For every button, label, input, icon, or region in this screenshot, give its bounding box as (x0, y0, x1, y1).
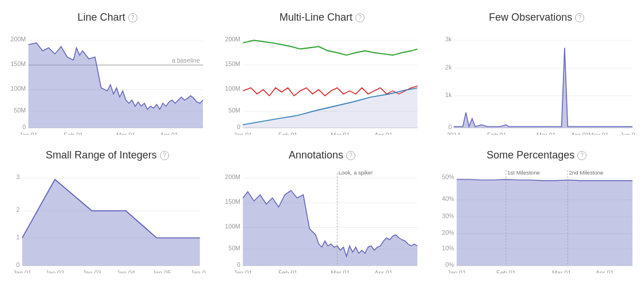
svg-text:May 01: May 01 (588, 131, 608, 135)
svg-text:Apr 01: Apr 01 (160, 131, 178, 135)
svg-text:Jan 01: Jan 01 (234, 131, 252, 135)
few-observations-help-icon[interactable]: ? (575, 13, 584, 22)
annotations-title: Annotations ? (289, 149, 355, 161)
svg-text:50M: 50M (14, 107, 26, 114)
svg-text:3k: 3k (445, 36, 452, 42)
svg-text:100M: 100M (225, 223, 241, 230)
svg-text:2k: 2k (445, 64, 452, 71)
svg-text:Jan 02: Jan 02 (45, 269, 64, 273)
line-chart-cell: Line Chart ? 200M 150M 100M 50M 0 a base… (0, 6, 214, 144)
svg-text:Jan 01: Jan 01 (234, 269, 252, 273)
svg-text:Apr 01: Apr 01 (374, 131, 393, 135)
small-range-svg: 3 2 1 0 Jan 01 2014 Jan 02 Jan 03 Jan 04… (9, 166, 206, 273)
annotations-help-icon[interactable]: ? (346, 151, 355, 160)
svg-text:Jan 05: Jan 05 (152, 269, 171, 273)
small-range-cell: Small Range of Integers ? 3 2 1 0 Jan 01… (0, 144, 214, 281)
svg-text:200M: 200M (225, 174, 241, 181)
svg-text:50%: 50% (442, 174, 454, 181)
line-chart-svg: 200M 150M 100M 50M 0 a baseline Jan 01 (9, 28, 206, 135)
annotations-cell: Annotations ? 200M 150M 100M 50M 0 Look (214, 144, 429, 281)
svg-text:100M: 100M (10, 85, 26, 92)
svg-text:Mar 01: Mar 01 (536, 131, 555, 135)
annotations-area: 200M 150M 100M 50M 0 Look, a spike! Jan … (223, 166, 420, 273)
multi-line-chart-title-text: Multi-Line Chart (279, 11, 352, 24)
svg-text:2: 2 (16, 207, 20, 214)
svg-text:Jan 01: Jan 01 (447, 269, 466, 273)
svg-text:40%: 40% (442, 195, 454, 202)
svg-text:Feb 01: Feb 01 (487, 131, 506, 135)
line-chart-area: 200M 150M 100M 50M 0 a baseline Jan 01 (9, 28, 206, 135)
some-percentages-title-text: Some Percentages (486, 149, 574, 161)
svg-text:1k: 1k (445, 91, 452, 98)
svg-text:Mar 01: Mar 01 (331, 131, 350, 135)
svg-text:1st Milestone: 1st Milestone (507, 169, 540, 176)
svg-text:20%: 20% (442, 229, 454, 236)
svg-text:Feb 01: Feb 01 (496, 269, 515, 273)
some-percentages-svg: 50% 40% 30% 20% 10% 0% 1st Milestone 2nd… (438, 166, 635, 273)
svg-text:100M: 100M (225, 85, 241, 92)
svg-text:Look, a spike!: Look, a spike! (339, 169, 373, 176)
svg-text:0: 0 (237, 261, 240, 268)
svg-text:150M: 150M (10, 60, 26, 67)
multi-line-chart-svg: 200M 150M 100M 50M 0 Jan 01 2014 (223, 28, 420, 135)
svg-text:Jan 03: Jan 03 (83, 269, 101, 273)
svg-text:30%: 30% (442, 212, 454, 219)
svg-text:Apr 01: Apr 01 (374, 269, 393, 273)
svg-text:1: 1 (16, 234, 20, 241)
svg-text:0: 0 (448, 123, 451, 130)
svg-text:2014: 2014 (447, 131, 461, 135)
few-observations-title-text: Few Observations (489, 11, 572, 24)
line-chart-help-icon[interactable]: ? (128, 13, 137, 22)
small-range-title-text: Small Range of Integers (46, 149, 157, 161)
svg-text:50M: 50M (229, 107, 241, 114)
svg-text:Jan 01: Jan 01 (13, 269, 32, 273)
svg-text:Feb 01: Feb 01 (64, 131, 83, 135)
small-range-title: Small Range of Integers ? (46, 149, 169, 161)
some-percentages-area: 50% 40% 30% 20% 10% 0% 1st Milestone 2nd… (438, 166, 635, 273)
svg-text:0: 0 (22, 123, 26, 130)
svg-text:150M: 150M (225, 60, 241, 67)
some-percentages-help-icon[interactable]: ? (577, 151, 586, 160)
svg-text:200M: 200M (10, 36, 26, 42)
svg-text:Apr 01: Apr 01 (596, 269, 614, 273)
svg-text:Jun 01: Jun 01 (620, 131, 635, 135)
svg-text:Feb 01: Feb 01 (278, 131, 297, 135)
charts-grid: Line Chart ? 200M 150M 100M 50M 0 a base… (0, 0, 644, 288)
svg-text:10%: 10% (442, 245, 454, 251)
some-percentages-title: Some Percentages ? (486, 149, 586, 161)
few-observations-svg: 3k 2k 1k 0 2014 Feb 01 Mar 01 Apr 01 May… (438, 28, 635, 135)
svg-text:0: 0 (237, 123, 240, 130)
small-range-help-icon[interactable]: ? (160, 151, 169, 160)
svg-text:2nd Milestone: 2nd Milestone (569, 169, 603, 176)
multi-line-chart-area: 200M 150M 100M 50M 0 Jan 01 2014 (223, 28, 420, 135)
few-observations-cell: Few Observations ? 3k 2k 1k 0 2014 Feb 0… (430, 6, 644, 144)
multi-line-chart-title: Multi-Line Chart ? (279, 11, 365, 24)
svg-text:0: 0 (16, 261, 20, 268)
few-observations-title: Few Observations ? (489, 11, 584, 24)
svg-text:Mar 01: Mar 01 (552, 269, 571, 273)
few-observations-area: 3k 2k 1k 0 2014 Feb 01 Mar 01 Apr 01 May… (438, 28, 635, 135)
small-range-area: 3 2 1 0 Jan 01 2014 Jan 02 Jan 03 Jan 04… (9, 166, 206, 273)
svg-text:Jan 04: Jan 04 (117, 269, 135, 273)
annotations-title-text: Annotations (289, 149, 343, 161)
svg-text:200M: 200M (225, 36, 241, 42)
svg-text:Mar 01: Mar 01 (116, 131, 135, 135)
svg-text:3: 3 (16, 174, 20, 181)
svg-text:150M: 150M (225, 199, 241, 206)
svg-text:Mar 01: Mar 01 (331, 269, 350, 273)
svg-text:Feb 01: Feb 01 (278, 269, 297, 273)
svg-text:0%: 0% (445, 261, 454, 268)
svg-text:a baseline: a baseline (172, 57, 200, 64)
annotations-svg: 200M 150M 100M 50M 0 Look, a spike! Jan … (223, 166, 420, 273)
svg-text:Apr 01: Apr 01 (571, 131, 589, 135)
svg-text:50M: 50M (229, 245, 241, 251)
multi-line-chart-help-icon[interactable]: ? (355, 13, 365, 22)
line-chart-title-text: Line Chart (78, 11, 125, 24)
svg-text:Jan 01: Jan 01 (19, 131, 37, 135)
line-chart-title: Line Chart ? (78, 11, 137, 24)
multi-line-chart-cell: Multi-Line Chart ? 200M 150M 100M 50M 0 (214, 6, 429, 144)
svg-text:Jan 06: Jan 06 (191, 269, 206, 273)
some-percentages-cell: Some Percentages ? 50% 40% 30% 20% 10% 0… (430, 144, 644, 281)
